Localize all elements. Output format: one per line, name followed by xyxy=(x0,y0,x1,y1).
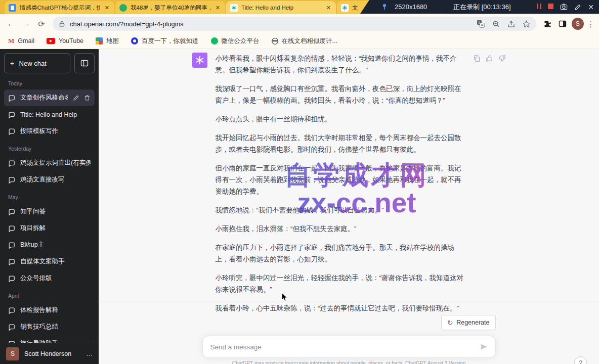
chat-bubble-icon xyxy=(8,242,15,249)
back-button[interactable]: ← xyxy=(5,18,17,30)
tab-title: Title: Hello and Help xyxy=(241,5,322,11)
chatgpt-app: + New chat Today文章创作风格命名：风Title: Hello a… xyxy=(0,49,599,364)
user-menu-icon[interactable]: … xyxy=(87,350,93,357)
section-label: May xyxy=(4,188,95,203)
edit-icon[interactable] xyxy=(73,95,79,101)
conversation-title: 鸡汤文提示词直出(有实例) xyxy=(20,159,91,167)
forward-button[interactable]: → xyxy=(20,18,32,30)
stop-icon[interactable] xyxy=(548,3,553,11)
browser-tab[interactable]: 我48岁，娶了单位40岁的同事，✕ xyxy=(115,1,225,14)
collapse-sidebar-button[interactable] xyxy=(74,53,95,73)
thumbs-down-icon[interactable] xyxy=(498,55,506,63)
new-chat-row: + New chat xyxy=(4,53,95,73)
browser-tab[interactable]: 情感类ChatGPT核心提示词，快✕ xyxy=(4,1,114,14)
conversation-item[interactable]: 知乎问答 xyxy=(4,203,95,220)
pause-icon[interactable] xyxy=(537,3,541,11)
sidebar-collapse-icon xyxy=(80,59,89,67)
bookmark-item[interactable]: 在线文档相似度计... xyxy=(272,37,337,46)
bookmark-item[interactable]: YouTube xyxy=(47,37,83,44)
chat-paragraph: 但小雨的家庭一直反对我们在一起。因为我家境一般，而她家是本地的富商。我记得有一次… xyxy=(216,162,465,197)
conversation-item[interactable]: 项目拆解 xyxy=(4,220,95,237)
recorder-close-icon[interactable]: ✕ xyxy=(588,3,594,11)
profile-avatar[interactable]: S xyxy=(572,18,584,30)
chat-paragraph: 小玲点点头，眼中有一丝期待和担忧。 xyxy=(216,113,465,125)
tab-close-icon[interactable]: ✕ xyxy=(104,5,110,11)
conversation-item[interactable]: Title: Hello and Help xyxy=(4,106,95,123)
chatgpt-favicon-icon xyxy=(341,4,349,12)
conversation-title: 鸡汤文直接改写 xyxy=(20,175,91,184)
conversation-item[interactable]: 体检报告解释 xyxy=(4,302,95,318)
conversation-item[interactable]: 公众号排版 xyxy=(4,270,95,287)
recorder-pin-icon[interactable] xyxy=(381,3,388,11)
plus-icon: + xyxy=(10,60,14,67)
tab-close-icon[interactable]: ✕ xyxy=(325,5,332,11)
chat-bubble-icon xyxy=(8,225,15,232)
gmail-icon: M xyxy=(8,37,14,45)
chat-paragraph: 小玲听完，眼中闪过一丝泪光，轻轻握住我的手，说：“谢谢你告诉我，我知道这对你来说… xyxy=(216,272,465,295)
pencil-icon[interactable] xyxy=(574,4,581,11)
new-chat-button[interactable]: + New chat xyxy=(4,53,70,73)
conversation-item[interactable]: B站up主 xyxy=(4,237,95,253)
conversation-item[interactable]: 文章创作风格命名：风 xyxy=(4,89,95,106)
browser-tab[interactable]: Title: Hello and Help✕ xyxy=(226,1,336,14)
bookmark-label: 在线文档相似度计... xyxy=(282,37,337,46)
conversation-item[interactable]: 鸡汤文提示词直出(有实例) xyxy=(4,155,95,171)
translate-icon[interactable]: 文A xyxy=(477,20,485,28)
omnibox-actions: 文A xyxy=(477,20,530,28)
input-placeholder: Send a message xyxy=(210,343,480,351)
section-label: Today xyxy=(4,74,95,89)
chat-bubble-icon xyxy=(8,176,15,184)
conversation-item[interactable]: 自媒体文案助手 xyxy=(4,253,95,270)
chat-bubble-icon xyxy=(8,307,15,314)
url-text[interactable]: chat.openai.com/?model=gpt-4-plugins xyxy=(70,20,472,28)
zoom-out-icon[interactable] xyxy=(492,20,500,28)
recorder-status: 正在录制 [00:13:36] xyxy=(453,3,510,12)
chat-paragraph: 我深吸了一口气，感觉胸口有些沉重。我看向窗外，夜色已深，街上的灯光映照在窗户上，… xyxy=(216,83,465,106)
chat-bubble-icon xyxy=(8,307,15,314)
conversation-item[interactable]: 销售技巧总结 xyxy=(4,318,95,335)
camera-icon[interactable] xyxy=(560,3,568,11)
browser-tab-strip: 情感类ChatGPT核心提示词，快✕我48岁，娶了单位40岁的同事，✕Title… xyxy=(0,0,599,14)
section-label: April xyxy=(4,287,95,302)
address-bar[interactable]: chat.openai.com/?model=gpt-4-plugins 文A xyxy=(53,17,536,31)
conversation-item[interactable]: 旅行导游助手 xyxy=(4,335,95,343)
sidebar-footer[interactable]: S Scott Henderson … xyxy=(4,343,95,364)
chat-bubble-icon xyxy=(8,275,15,282)
bookmark-label: 地图 xyxy=(106,37,119,46)
openai-logo-icon xyxy=(195,56,204,65)
browser-menu-icon[interactable]: ⋮ xyxy=(587,23,594,25)
conversation-actions xyxy=(73,95,91,101)
docs-favicon-icon xyxy=(9,4,16,12)
conversation-title: 销售技巧总结 xyxy=(20,323,91,331)
message-input[interactable]: Send a message xyxy=(202,336,496,358)
bookmark-item[interactable]: 微信公众平台 xyxy=(211,37,260,46)
thumbs-up-icon[interactable] xyxy=(486,55,493,63)
chatgpt-favicon-icon xyxy=(230,4,238,12)
send-icon[interactable] xyxy=(480,343,488,351)
disclaimer-text: ChatGPT may produce inaccurate informati… xyxy=(111,360,587,364)
regenerate-button[interactable]: ↻ Regenerate xyxy=(441,315,495,330)
delete-icon[interactable] xyxy=(84,95,91,101)
conversation-title: Title: Hello and Help xyxy=(20,111,91,118)
conversation-title: 公众号排版 xyxy=(20,274,91,283)
chat-bubble-icon xyxy=(8,275,15,282)
extensions-puzzle-icon[interactable] xyxy=(541,18,553,30)
lock-icon[interactable] xyxy=(59,20,65,27)
copy-icon[interactable] xyxy=(473,55,481,63)
bookmark-item[interactable]: 百度一下，你就知道 xyxy=(131,37,199,46)
conversation-title: B站up主 xyxy=(20,241,91,249)
conversation-item[interactable]: 投喂模板写作 xyxy=(4,123,95,140)
bookmark-item[interactable]: 地图 xyxy=(96,37,119,46)
conversation-item[interactable]: 鸡汤文直接改写 xyxy=(4,171,95,188)
bookmark-label: YouTube xyxy=(59,37,83,44)
tab-close-icon[interactable]: ✕ xyxy=(215,5,221,11)
conversation-title: 投喂模板写作 xyxy=(20,127,91,135)
conversation-title: 自媒体文案助手 xyxy=(20,257,91,266)
side-panel-icon[interactable] xyxy=(557,18,569,30)
bookmark-item[interactable]: MGmail xyxy=(8,37,34,45)
reload-button[interactable]: ⟳ xyxy=(35,18,48,30)
share-icon[interactable] xyxy=(507,20,515,28)
conversation-title: 旅行导游助手 xyxy=(20,339,91,343)
bookmark-star-icon[interactable] xyxy=(523,20,530,28)
chat-bubble-icon xyxy=(8,324,15,331)
